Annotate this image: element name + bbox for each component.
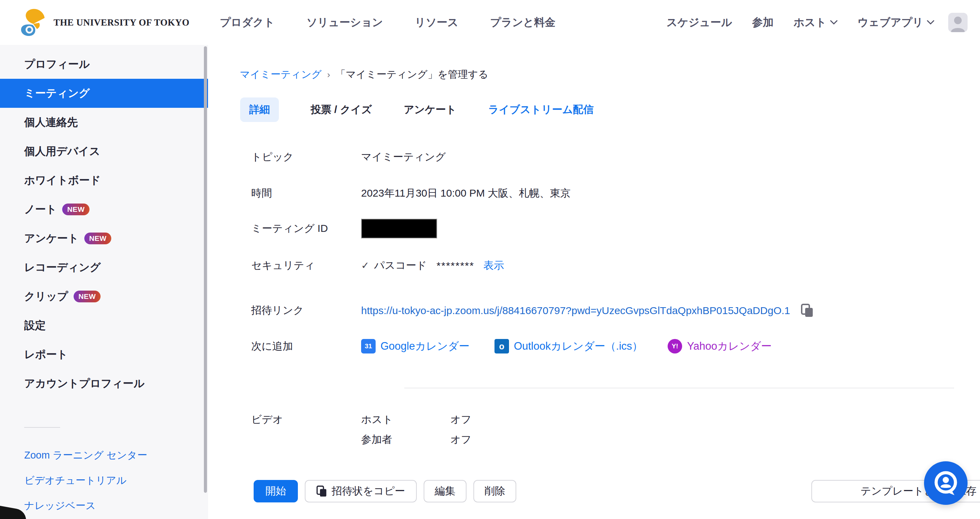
- utokyo-ginkgo-icon: [19, 8, 47, 37]
- row-time: 時間 2023年11月30日 10:00 PM 大阪、札幌、東京: [251, 186, 571, 201]
- yahoo-calendar-icon: Y!: [668, 339, 682, 353]
- sidebar-menu: プロフィール ミーティング 個人連絡先 個人用デバイス ホワイトボード ノートN…: [0, 45, 208, 398]
- invite-link-url[interactable]: https://u-tokyo-ac-jp.zoom.us/j/88416670…: [361, 305, 790, 317]
- primary-nav: プロダクト ソリューション リソース プランと料金: [220, 15, 555, 30]
- sidebar-item-label: レポート: [24, 347, 68, 362]
- show-passcode-link[interactable]: 表示: [484, 258, 504, 273]
- sidebar-item-label: 個人用デバイス: [24, 144, 100, 159]
- outlook-calendar-link[interactable]: o Outlookカレンダー（.ics）: [495, 339, 643, 353]
- sidebar-item-label: アンケート: [24, 231, 79, 246]
- edit-button[interactable]: 編集: [424, 480, 466, 502]
- utokyo-logo[interactable]: THE UNIVERSITY OF TOKYO: [19, 8, 189, 37]
- row-security: セキュリティ ✓ パスコード ******** 表示: [251, 258, 504, 273]
- nav-resources[interactable]: リソース: [415, 15, 458, 30]
- nav-webapp-label: ウェブアプリ: [858, 15, 923, 30]
- sidebar-item-profile[interactable]: プロフィール: [0, 50, 208, 79]
- sidebar-scrollbar[interactable]: [204, 46, 207, 493]
- copy-invitation-button[interactable]: 招待状をコピー: [305, 480, 417, 502]
- row-topic: トピック マイミーティング: [251, 150, 446, 164]
- meeting-id-label: ミーティング ID: [251, 221, 361, 236]
- nav-plans-pricing[interactable]: プランと料金: [490, 15, 556, 30]
- sidebar-footer-links: Zoom ラーニング センター ビデオチュートリアル ナレッジベース: [24, 449, 147, 513]
- google-calendar-label: Googleカレンダー: [380, 339, 469, 353]
- passcode-mask: ********: [436, 260, 474, 272]
- row-video-host: ビデオ ホスト オフ: [251, 412, 471, 427]
- link-knowledge-base[interactable]: ナレッジベース: [24, 499, 147, 513]
- support-chat-button[interactable]: [924, 461, 967, 505]
- sidebar-item-account-profile[interactable]: アカウントプロフィール: [0, 369, 208, 398]
- nav-schedule[interactable]: スケジュール: [667, 15, 732, 30]
- sidebar-item-label: レコーディング: [24, 260, 100, 275]
- sidebar-item-label: 個人連絡先: [24, 115, 78, 130]
- sidebar-item-label: 設定: [24, 318, 46, 333]
- video-label: ビデオ: [251, 412, 361, 427]
- sidebar-item-reports[interactable]: レポート: [0, 340, 208, 369]
- add-to-label: 次に追加: [251, 339, 361, 353]
- sidebar: プロフィール ミーティング 個人連絡先 個人用デバイス ホワイトボード ノートN…: [0, 45, 208, 519]
- google-calendar-icon: 31: [361, 339, 375, 353]
- logo-text: THE UNIVERSITY OF TOKYO: [54, 17, 189, 28]
- yahoo-calendar-label: Yahooカレンダー: [687, 339, 772, 353]
- start-button[interactable]: 開始: [254, 480, 298, 502]
- delete-button[interactable]: 削除: [473, 480, 516, 502]
- google-calendar-link[interactable]: 31 Googleカレンダー: [361, 339, 469, 353]
- user-avatar[interactable]: [948, 13, 967, 32]
- copy-icon: [801, 304, 813, 318]
- sidebar-item-surveys[interactable]: アンケートNEW: [0, 224, 208, 253]
- section-divider: [404, 388, 954, 388]
- sidebar-item-devices[interactable]: 個人用デバイス: [0, 137, 208, 166]
- sidebar-item-recordings[interactable]: レコーディング: [0, 253, 208, 282]
- row-add-to: 次に追加 31 Googleカレンダー o Outlookカレンダー（.ics）…: [251, 339, 772, 353]
- chevron-down-icon: [927, 20, 934, 25]
- sidebar-item-label: ノート: [24, 202, 57, 217]
- nav-host-label: ホスト: [794, 15, 826, 30]
- video-participant-value: オフ: [450, 433, 471, 447]
- copy-icon: [317, 486, 327, 497]
- new-badge: NEW: [62, 204, 89, 215]
- tab-live-streaming[interactable]: ライブストリーム配信: [488, 103, 593, 117]
- sidebar-item-label: アカウントプロフィール: [24, 376, 145, 391]
- nav-products[interactable]: プロダクト: [220, 15, 275, 30]
- sidebar-item-label: ミーティング: [24, 86, 90, 100]
- sidebar-item-notes[interactable]: ノートNEW: [0, 195, 208, 224]
- sidebar-item-label: ホワイトボード: [24, 173, 100, 188]
- person-icon: [948, 14, 967, 32]
- topic-value: マイミーティング: [361, 150, 446, 164]
- topic-label: トピック: [251, 150, 361, 164]
- tab-polls-quizzes[interactable]: 投票 / クイズ: [311, 103, 372, 117]
- sidebar-item-whiteboard[interactable]: ホワイトボード: [0, 166, 208, 195]
- link-learning-center[interactable]: Zoom ラーニング センター: [24, 449, 147, 462]
- copy-invitation-label: 招待状をコピー: [332, 484, 405, 498]
- time-value: 2023年11月30日 10:00 PM 大阪、札幌、東京: [361, 186, 571, 201]
- sidebar-item-meetings[interactable]: ミーティング: [0, 79, 208, 108]
- outlook-calendar-icon: o: [495, 339, 509, 353]
- row-invite-link: 招待リンク https://u-tokyo-ac-jp.zoom.us/j/88…: [251, 303, 813, 318]
- nav-join[interactable]: 参加: [752, 15, 773, 30]
- nav-host[interactable]: ホスト: [794, 15, 837, 30]
- top-header: THE UNIVERSITY OF TOKYO プロダクト ソリューション リソ…: [0, 0, 980, 45]
- breadcrumb-separator: ›: [327, 70, 330, 80]
- video-host-value: オフ: [450, 412, 471, 427]
- sidebar-item-settings[interactable]: 設定: [0, 311, 208, 340]
- nav-solutions[interactable]: ソリューション: [307, 15, 383, 30]
- main-content: マイミーティング › 「マイミーティング」を管理する 詳細 投票 / クイズ ア…: [208, 45, 980, 519]
- tab-details[interactable]: 詳細: [240, 97, 279, 122]
- breadcrumb-current: 「マイミーティング」を管理する: [336, 68, 488, 81]
- copy-link-button[interactable]: [801, 304, 813, 318]
- yahoo-calendar-link[interactable]: Y! Yahooカレンダー: [668, 339, 772, 353]
- sidebar-divider: [24, 427, 60, 428]
- sidebar-item-label: プロフィール: [24, 57, 90, 72]
- passcode-label: パスコード: [374, 258, 427, 273]
- time-label: 時間: [251, 186, 361, 201]
- sidebar-item-contacts[interactable]: 個人連絡先: [0, 108, 208, 137]
- breadcrumb-my-meetings-link[interactable]: マイミーティング: [240, 68, 322, 81]
- link-video-tutorials[interactable]: ビデオチュートリアル: [24, 474, 147, 487]
- sidebar-item-clips[interactable]: クリップNEW: [0, 282, 208, 311]
- outlook-calendar-label: Outlookカレンダー（.ics）: [514, 339, 643, 353]
- tab-surveys[interactable]: アンケート: [404, 103, 457, 117]
- nav-webapp[interactable]: ウェブアプリ: [858, 15, 934, 30]
- row-meeting-id: ミーティング ID: [251, 219, 437, 239]
- person-chat-bubble-icon: [932, 470, 959, 497]
- row-video-participant: 参加者 オフ: [251, 433, 471, 447]
- action-buttons: 開始 招待状をコピー 編集 削除: [254, 480, 516, 502]
